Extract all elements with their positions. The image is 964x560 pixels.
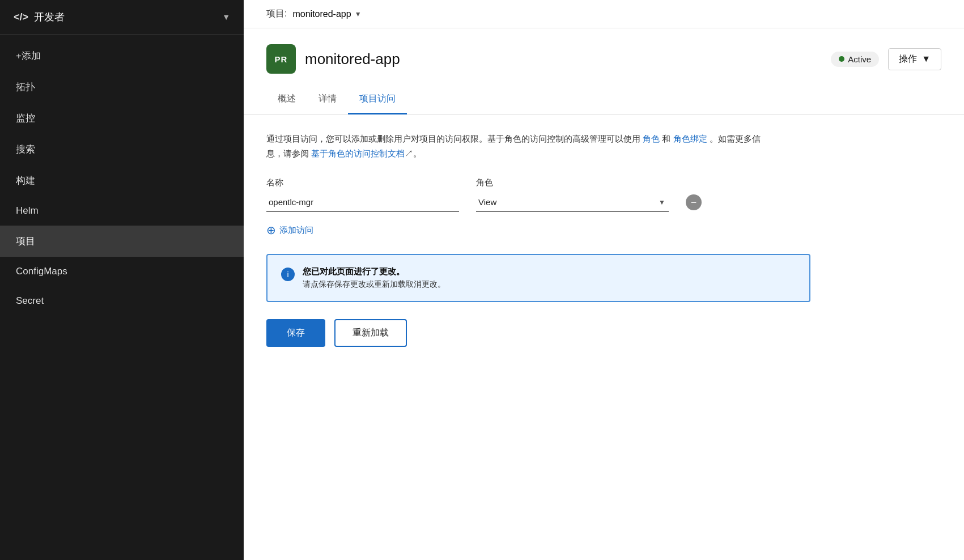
info-banner: i 您已对此页面进行了更改。 请点保存保存更改或重新加载取消更改。 bbox=[266, 254, 810, 302]
actions-label: 操作 bbox=[899, 53, 917, 65]
sidebar-item-search[interactable]: 搜索 bbox=[0, 134, 244, 165]
roles-link[interactable]: 角色 bbox=[643, 134, 660, 143]
project-dropdown[interactable]: monitored-app ▼ bbox=[292, 9, 361, 19]
role-label: 角色 bbox=[476, 177, 669, 188]
action-buttons: 保存 重新加载 bbox=[266, 319, 941, 347]
info-content: 您已对此页面进行了更改。 请点保存保存更改或重新加载取消更改。 bbox=[303, 266, 445, 290]
project-name: monitored-app bbox=[292, 9, 351, 19]
actions-button[interactable]: 操作 ▼ bbox=[888, 48, 941, 70]
tab-project-access[interactable]: 项目访问 bbox=[348, 85, 407, 114]
sidebar-item-build[interactable]: 构建 bbox=[0, 165, 244, 196]
reload-button[interactable]: 重新加载 bbox=[334, 319, 407, 347]
tab-details[interactable]: 详情 bbox=[307, 85, 348, 114]
sidebar-item-secret[interactable]: Secret bbox=[0, 286, 244, 316]
sidebar-title: 开发者 bbox=[34, 10, 216, 24]
content-area: 通过项目访问，您可以添加或删除用户对项目的访问权限。基于角色的访问控制的高级管理… bbox=[244, 114, 964, 364]
role-bindings-link[interactable]: 角色绑定 bbox=[673, 134, 707, 143]
save-button[interactable]: 保存 bbox=[266, 319, 325, 347]
status-dot-icon bbox=[839, 56, 844, 62]
topbar: 项目: monitored-app ▼ bbox=[244, 0, 964, 28]
page-title: monitored-app bbox=[305, 50, 822, 68]
app-logo: PR bbox=[266, 44, 296, 74]
description-text: 通过项目访问，您可以添加或删除用户对项目的访问权限。基于角色的访问控制的高级管理… bbox=[266, 131, 776, 160]
role-select-wrapper: View Edit Admin ▼ bbox=[476, 193, 669, 212]
tabs: 概述 详情 项目访问 bbox=[244, 85, 964, 114]
remove-access-button[interactable]: − bbox=[686, 194, 702, 210]
sidebar-nav: +添加 拓扑 监控 搜索 构建 Helm 项目 ConfigMaps Secre… bbox=[0, 35, 244, 321]
code-icon: </> bbox=[14, 11, 28, 23]
main-content: 项目: monitored-app ▼ PR monitored-app Act… bbox=[244, 0, 964, 560]
form-row: 名称 角色 View Edit Admin ▼ − bbox=[266, 177, 941, 212]
role-group: 角色 View Edit Admin ▼ bbox=[476, 177, 669, 212]
page-header: PR monitored-app Active 操作 ▼ bbox=[244, 28, 964, 85]
sidebar-header[interactable]: </> 开发者 ▼ bbox=[0, 0, 244, 35]
tab-overview[interactable]: 概述 bbox=[266, 85, 307, 114]
sidebar-item-add[interactable]: +添加 bbox=[0, 40, 244, 71]
name-input[interactable] bbox=[266, 193, 459, 212]
sidebar-item-project[interactable]: 项目 bbox=[0, 226, 244, 257]
add-access-link[interactable]: ⊕ 添加访问 bbox=[266, 223, 941, 237]
role-select[interactable]: View Edit Admin bbox=[476, 193, 669, 212]
add-access-label: 添加访问 bbox=[279, 225, 313, 236]
chevron-down-icon: ▼ bbox=[921, 54, 931, 64]
plus-circle-icon: ⊕ bbox=[266, 223, 276, 237]
sidebar: </> 开发者 ▼ +添加 拓扑 监控 搜索 构建 Helm 项目 Config… bbox=[0, 0, 244, 560]
chevron-down-icon: ▼ bbox=[355, 10, 362, 18]
sidebar-item-configmaps[interactable]: ConfigMaps bbox=[0, 257, 244, 286]
sidebar-item-monitoring[interactable]: 监控 bbox=[0, 103, 244, 134]
status-badge: Active bbox=[831, 52, 879, 67]
project-label: 项目: bbox=[266, 8, 287, 20]
rbac-docs-link[interactable]: 基于角色的访问控制文档 bbox=[311, 149, 405, 158]
chevron-down-icon: ▼ bbox=[222, 12, 230, 22]
sidebar-item-topology[interactable]: 拓扑 bbox=[0, 71, 244, 103]
sidebar-item-helm[interactable]: Helm bbox=[0, 196, 244, 226]
name-group: 名称 bbox=[266, 177, 459, 212]
name-label: 名称 bbox=[266, 177, 459, 188]
info-subtitle: 请点保存保存更改或重新加载取消更改。 bbox=[303, 279, 445, 290]
status-label: Active bbox=[848, 54, 871, 64]
info-icon: i bbox=[281, 268, 295, 281]
info-title: 您已对此页面进行了更改。 bbox=[303, 266, 445, 277]
